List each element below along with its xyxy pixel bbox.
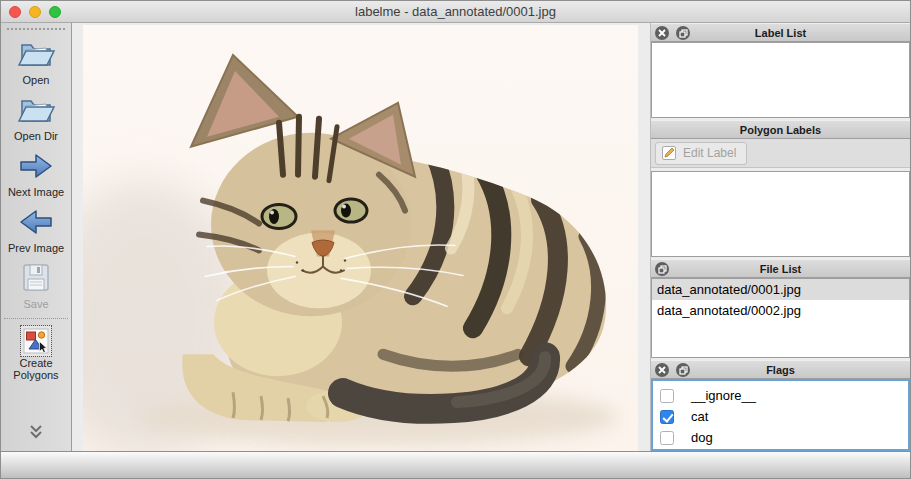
window-title: labelme - data_annotated/0001.jpg: [355, 4, 556, 19]
flags-titlebar[interactable]: Flags: [651, 360, 910, 379]
flags-float-button[interactable]: [676, 363, 690, 377]
toolbar-separator: [4, 318, 68, 319]
zoom-window-button[interactable]: [49, 6, 61, 18]
dock-file-list: File List data_annotated/0001.jpg data_a…: [651, 259, 910, 358]
tools-toolbar: Open Open Dir: [1, 23, 72, 451]
float-icon: [679, 29, 688, 38]
next-image-arrow-icon: [18, 146, 54, 186]
annotation-canvas[interactable]: [72, 23, 650, 451]
open-folder-icon: [16, 34, 56, 74]
prev-image-arrow-icon: [18, 202, 54, 242]
chevron-double-down-icon: [27, 428, 45, 443]
minimize-window-button[interactable]: [29, 6, 41, 18]
flag-checkbox-dog[interactable]: [660, 431, 674, 445]
open-button[interactable]: Open: [16, 34, 56, 86]
close-icon: [658, 366, 666, 374]
flags-title: Flags: [766, 364, 795, 376]
flag-label: cat: [691, 409, 708, 424]
label-list-float-button[interactable]: [676, 26, 690, 40]
open-dir-folder-icon: [16, 90, 56, 130]
save-label: Save: [23, 298, 48, 310]
file-list-title: File List: [760, 263, 802, 275]
file-list[interactable]: data_annotated/0001.jpg data_annotated/0…: [651, 278, 910, 358]
dock-flags: Flags __ignore__ cat dog: [651, 360, 910, 451]
prev-image-label: Prev Image: [8, 242, 64, 254]
polygon-labels-title: Polygon Labels: [740, 124, 821, 136]
open-dir-label: Open Dir: [14, 130, 58, 142]
file-list-titlebar[interactable]: File List: [651, 259, 910, 278]
next-image-button[interactable]: Next Image: [8, 146, 64, 198]
flag-checkbox-cat[interactable]: [660, 410, 674, 424]
close-window-button[interactable]: [9, 6, 21, 18]
dock-panel: Label List Polygon Labels: [650, 23, 910, 451]
traffic-lights: [9, 6, 61, 18]
file-list-item[interactable]: data_annotated/0002.jpg: [652, 300, 909, 321]
flag-item-dog[interactable]: dog: [653, 427, 908, 448]
open-label: Open: [23, 74, 50, 86]
labelme-window: labelme - data_annotated/0001.jpg Open: [0, 0, 911, 479]
edit-label-icon: [661, 145, 677, 161]
dock-polygon-labels: Polygon Labels Edit Label: [651, 120, 910, 257]
create-polygons-label: Create Polygons: [7, 357, 65, 381]
polygon-labels-toolbar: Edit Label: [651, 139, 910, 168]
float-icon: [658, 265, 667, 274]
flag-item-ignore[interactable]: __ignore__: [653, 385, 908, 406]
open-dir-button[interactable]: Open Dir: [14, 90, 58, 142]
flag-checkbox-ignore[interactable]: [660, 389, 674, 403]
label-list-titlebar[interactable]: Label List: [651, 23, 910, 42]
label-list-title: Label List: [755, 27, 806, 39]
polygon-labels-titlebar[interactable]: Polygon Labels: [651, 120, 910, 139]
toolbar-overflow-button[interactable]: [27, 424, 45, 443]
create-polygons-icon: [21, 326, 51, 356]
file-list-item[interactable]: data_annotated/0001.jpg: [652, 279, 909, 300]
close-icon: [658, 29, 666, 37]
dock-label-list: Label List: [651, 23, 910, 118]
save-floppy-icon: [19, 258, 53, 298]
label-list-close-button[interactable]: [655, 26, 669, 40]
cat-photo[interactable]: [83, 25, 638, 451]
label-list[interactable]: [651, 42, 910, 118]
file-list-float-button[interactable]: [655, 262, 669, 276]
toolbar-drag-handle[interactable]: [7, 28, 65, 30]
float-icon: [679, 366, 688, 375]
flags-close-button[interactable]: [655, 363, 669, 377]
title-bar[interactable]: labelme - data_annotated/0001.jpg: [1, 1, 910, 23]
flag-label: __ignore__: [691, 388, 756, 403]
create-polygons-button[interactable]: Create Polygons: [7, 325, 65, 381]
edit-label-text: Edit Label: [683, 146, 736, 160]
polygon-labels-list[interactable]: [651, 171, 910, 257]
save-button[interactable]: Save: [19, 258, 53, 310]
status-bar: [1, 451, 910, 478]
flags-list[interactable]: __ignore__ cat dog: [651, 379, 910, 451]
flag-item-cat[interactable]: cat: [653, 406, 908, 427]
next-image-label: Next Image: [8, 186, 64, 198]
flag-label: dog: [691, 430, 713, 445]
prev-image-button[interactable]: Prev Image: [8, 202, 64, 254]
edit-label-button[interactable]: Edit Label: [655, 142, 747, 165]
